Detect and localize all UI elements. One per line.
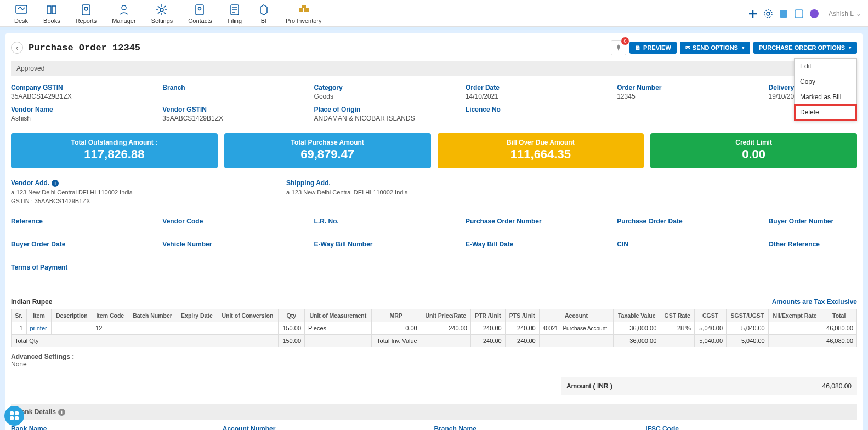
amount-bar: Amount ( INR ) 46,080.00 bbox=[561, 377, 857, 395]
attachment-badge: 0 bbox=[621, 37, 629, 45]
label-other-reference: Other Reference bbox=[768, 240, 868, 248]
svg-point-11 bbox=[767, 12, 770, 15]
label-vendor-gstin: Vendor GSTIN bbox=[162, 106, 306, 113]
nav-manager[interactable]: Manager bbox=[104, 2, 143, 25]
label-cin: CIN bbox=[617, 240, 761, 248]
label-company-gstin: Company GSTIN bbox=[11, 84, 155, 91]
table-header: Item Code bbox=[92, 309, 128, 322]
table-total-row: Total Qty 150.00 Total Inv. Value 240.00… bbox=[12, 335, 857, 347]
label-eway-bill-number: E-Way Bill Number bbox=[314, 240, 458, 248]
value-order-date: 14/10/2021 bbox=[466, 93, 609, 100]
table-header: Sr. bbox=[12, 309, 27, 322]
reference-grid: Reference Vendor Code L.R. No. Purchase … bbox=[11, 211, 857, 288]
svg-point-4 bbox=[160, 8, 163, 12]
label-vendor-code: Vendor Code bbox=[162, 217, 306, 225]
label-po-date: Purchase Order Date bbox=[617, 217, 761, 225]
advanced-settings: Advanced Settings : None bbox=[11, 347, 857, 371]
shipping-address-label[interactable]: Shipping Add. bbox=[286, 179, 408, 187]
inventory-icon bbox=[297, 3, 310, 16]
desk-icon bbox=[15, 3, 28, 16]
top-nav: Desk Books Reports Manager Settings Cont… bbox=[0, 0, 868, 27]
svg-point-3 bbox=[122, 5, 126, 10]
table-header: Account bbox=[539, 309, 614, 322]
metric-overdue: Bill Over Due Amount111,664.35 bbox=[438, 133, 644, 168]
label-reference: Reference bbox=[11, 217, 155, 225]
nav-bi[interactable]: BI bbox=[249, 2, 278, 25]
dropdown-edit[interactable]: Edit bbox=[795, 59, 856, 74]
metrics-row: Total Outstanding Amount :117,826.88 Tot… bbox=[11, 133, 857, 168]
header-actions: 0 🗎PREVIEW ✉SEND OPTIONS PURCHASE ORDER … bbox=[611, 40, 857, 55]
manager-icon bbox=[117, 3, 131, 16]
nav-desk[interactable]: Desk bbox=[7, 2, 36, 25]
dropdown-copy[interactable]: Copy bbox=[795, 74, 856, 89]
po-options-dropdown: Edit Copy Marked as Bill Delete bbox=[794, 58, 857, 121]
currency-label: Indian Rupee bbox=[11, 298, 52, 306]
nav-contacts[interactable]: Contacts bbox=[180, 2, 219, 25]
nav-reports[interactable]: Reports bbox=[68, 2, 105, 25]
dropdown-delete[interactable]: Delete bbox=[795, 105, 856, 120]
svg-rect-10 bbox=[302, 5, 306, 8]
attachment-button[interactable]: 0 bbox=[611, 40, 626, 55]
table-header: SGST/UGST bbox=[727, 309, 769, 322]
label-lr-no: L.R. No. bbox=[314, 217, 458, 225]
value-vendor-name: Ashish bbox=[11, 114, 155, 122]
page-title: Purchase Order 12345 bbox=[29, 43, 140, 53]
mail-icon: ✉ bbox=[685, 44, 690, 51]
label-bank-name: Bank Name bbox=[11, 425, 223, 430]
reports-icon bbox=[80, 3, 93, 16]
status-bar: Approved bbox=[11, 61, 857, 76]
po-options-button[interactable]: PURCHASE ORDER OPTIONS bbox=[753, 42, 857, 54]
page-header: ‹ Purchase Order 12345 0 🗎PREVIEW ✉SEND … bbox=[11, 38, 857, 61]
table-header: Expiry Date bbox=[177, 309, 217, 322]
nav-settings[interactable]: Settings bbox=[144, 2, 181, 25]
label-eway-bill-date: E-Way Bill Date bbox=[466, 240, 609, 248]
bank-details-header: Bank Detailsi bbox=[11, 404, 857, 420]
vendor-address-label[interactable]: Vendor Add.i bbox=[11, 179, 133, 187]
table-header: Taxable Value bbox=[614, 309, 660, 322]
table-header: Qty bbox=[278, 309, 305, 322]
user-menu[interactable]: Ashish L⌄ bbox=[829, 10, 861, 18]
nav-pro-inventory[interactable]: Pro Inventory bbox=[278, 2, 329, 25]
info-icon: i bbox=[52, 180, 59, 187]
floating-app-icon[interactable] bbox=[4, 406, 24, 426]
label-buyer-order-number: Buyer Order Number bbox=[768, 217, 868, 225]
item-link[interactable]: printer bbox=[30, 325, 47, 331]
apps-icon[interactable] bbox=[809, 8, 820, 19]
label-ifsc: IFSC Code bbox=[645, 425, 857, 430]
dropdown-mark-bill[interactable]: Marked as Bill bbox=[795, 89, 856, 105]
value-order-number: 12345 bbox=[617, 93, 761, 100]
svg-rect-9 bbox=[304, 8, 309, 12]
settings-icon bbox=[155, 3, 168, 16]
metric-outstanding: Total Outstanding Amount :117,826.88 bbox=[11, 133, 218, 168]
label-order-date: Order Date bbox=[466, 84, 609, 91]
address-row: Vendor Add.i a-123 New Delhi Central DEL… bbox=[11, 176, 857, 207]
add-icon[interactable] bbox=[747, 8, 758, 19]
bi-icon bbox=[257, 3, 270, 16]
value-vendor-gstin: 35AABCS1429B1ZX bbox=[162, 114, 306, 122]
back-button[interactable]: ‹ bbox=[11, 42, 23, 54]
calculator-icon[interactable] bbox=[778, 8, 789, 19]
svg-rect-8 bbox=[299, 8, 303, 12]
table-header: Item bbox=[26, 309, 52, 322]
nav-filing[interactable]: Filing bbox=[220, 2, 249, 25]
gear-icon[interactable] bbox=[763, 8, 774, 19]
table-header: Unit of Conversion bbox=[217, 309, 278, 322]
value-category: Goods bbox=[314, 93, 458, 100]
label-terms-payment: Terms of Payment bbox=[11, 263, 155, 271]
preview-button[interactable]: 🗎PREVIEW bbox=[629, 42, 677, 54]
table-header: CGST bbox=[694, 309, 726, 322]
table-header: PTR /Unit bbox=[470, 309, 505, 322]
metric-purchase: Total Purchase Amount69,879.47 bbox=[224, 133, 431, 168]
label-po-number: Purchase Order Number bbox=[466, 217, 609, 225]
referral-icon[interactable] bbox=[793, 8, 804, 19]
label-branch-name: Branch Name bbox=[434, 425, 646, 430]
svg-rect-18 bbox=[10, 416, 14, 420]
send-options-button[interactable]: ✉SEND OPTIONS bbox=[680, 42, 750, 54]
nav-books[interactable]: Books bbox=[36, 2, 68, 25]
table-row: 1 printer 12 150.00 Pieces 0.00 240.00 2… bbox=[12, 322, 857, 335]
svg-point-2 bbox=[84, 7, 88, 10]
label-place-origin: Place of Origin bbox=[314, 106, 458, 113]
document-icon: 🗎 bbox=[635, 44, 641, 51]
svg-rect-14 bbox=[795, 10, 803, 18]
top-nav-items: Desk Books Reports Manager Settings Cont… bbox=[7, 2, 329, 25]
